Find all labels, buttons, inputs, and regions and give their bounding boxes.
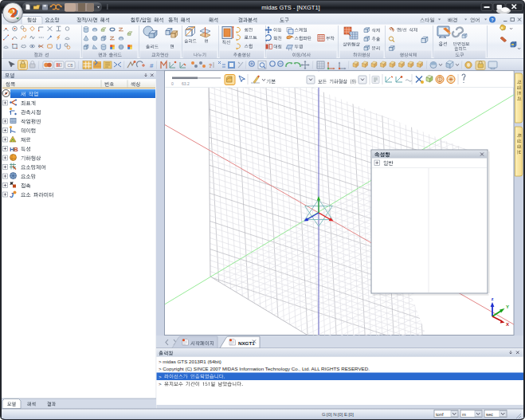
svg-text:B: B xyxy=(14,146,18,153)
svg-text:z: z xyxy=(492,296,494,301)
svg-text:?: ? xyxy=(209,63,212,69)
svg-text:63.2: 63.2 xyxy=(182,81,190,86)
svg-text:tonf: tonf xyxy=(436,412,444,417)
svg-text:Y: Y xyxy=(506,304,509,309)
svg-text:CB: CB xyxy=(68,63,74,68)
svg-text:> midas GTS 2013R1 (64bit): > midas GTS 2013R1 (64bit) xyxy=(159,359,221,364)
svg-text:X: X xyxy=(506,322,509,327)
svg-text:midas GTS - [NXGT1]: midas GTS - [NXGT1] xyxy=(261,4,319,11)
svg-text:>: > xyxy=(159,381,162,387)
svg-text:m: m xyxy=(462,412,466,417)
svg-text:>: > xyxy=(159,374,162,379)
svg-text:#: # xyxy=(150,62,154,69)
svg-text:0: 0 xyxy=(171,81,174,86)
svg-text:sec: sec xyxy=(486,412,493,417)
svg-text:G:[0] N:[0] E:[0]: G:[0] N:[0] E:[0] xyxy=(322,412,354,417)
svg-text:> Copyright (C) SINCE 2007 MID: > Copyright (C) SINCE 2007 MIDAS Informa… xyxy=(159,366,370,371)
